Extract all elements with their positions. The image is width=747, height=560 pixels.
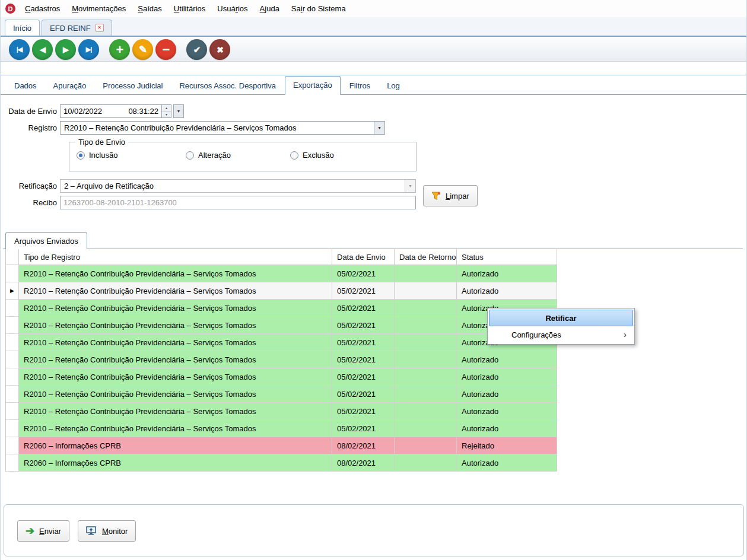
menu-item-utilitarios[interactable]: Utilitários	[168, 0, 211, 17]
first-record-icon: |◀	[17, 46, 23, 53]
table-row[interactable]: R2010 – Retenção Contribuição Previdenci…	[6, 386, 557, 403]
context-menu-item-configuracoes[interactable]: Configurações›	[489, 326, 633, 343]
context-menu-item-retificar[interactable]: Retificar	[489, 310, 633, 326]
retificacao-value: 2 – Arquivo de Retificação	[61, 182, 405, 190]
table-row[interactable]: R2010 – Retenção Contribuição Previdenci…	[6, 403, 557, 420]
registro-combo[interactable]: R2010 – Retenção Contribuição Previdenci…	[60, 121, 385, 135]
cell-tipo: R2010 – Retenção Contribuição Previdenci…	[19, 300, 332, 317]
limpar-button[interactable]: Limpar	[423, 185, 478, 206]
cell-retorno	[395, 317, 457, 334]
cell-envio: 05/02/2021	[332, 282, 395, 300]
table-row[interactable]: R2010 – Retenção Contribuição Previdenci…	[6, 368, 557, 386]
monitor-icon	[86, 526, 97, 536]
indicator-column-header	[6, 249, 19, 265]
tab-inicio[interactable]: Início	[5, 20, 40, 36]
funnel-icon	[431, 192, 441, 201]
table-row[interactable]: R2010 – Retenção Contribuição Previdenci…	[6, 300, 557, 317]
cell-retorno	[395, 454, 457, 472]
radio-icon	[290, 151, 298, 160]
date-dropdown-button[interactable]: ▼	[173, 104, 184, 118]
table-row[interactable]: R2010 – Retenção Contribuição Previdenci…	[6, 265, 557, 282]
table-row[interactable]: R2060 – Informações CPRB08/02/2021Rejeit…	[6, 437, 557, 454]
post-record-button[interactable]: ✔	[186, 39, 207, 60]
cancel-record-button[interactable]: ✖	[209, 39, 230, 60]
app-window: D CadastrosMovimentaçõesSaídasUtilitário…	[0, 0, 747, 560]
data-envio-input[interactable]: 10/02/2022 08:31:22	[60, 104, 162, 118]
tab-log[interactable]: Log	[379, 77, 408, 95]
menu-item-movimentacoes[interactable]: Movimentações	[66, 0, 132, 17]
row-indicator	[6, 386, 19, 403]
last-record-button[interactable]: ▶|	[78, 39, 99, 60]
dropdown-arrow-icon: ▼	[405, 180, 415, 192]
time-spinner[interactable]: ▲ ▼	[162, 104, 171, 118]
table-row[interactable]: R2010 – Retenção Contribuição Previdenci…	[6, 317, 557, 334]
radio-alteracao[interactable]: Alteração	[186, 151, 231, 160]
table-row[interactable]: ▶R2010 – Retenção Contribuição Previdenc…	[6, 282, 557, 300]
tab-processo-judicial[interactable]: Processo Judicial	[95, 77, 170, 95]
recibo-input[interactable]	[60, 196, 416, 209]
edit-record-button[interactable]: ✎	[132, 39, 153, 60]
enviar-button[interactable]: ➔ Enviar	[17, 520, 69, 542]
pencil-icon: ✎	[139, 43, 147, 56]
cell-retorno	[395, 368, 457, 386]
retificacao-combo[interactable]: 2 – Arquivo de Retificação ▼	[60, 179, 416, 193]
menu-item-sair-do-sistema[interactable]: Sair do Sistema	[285, 0, 352, 17]
prior-record-button[interactable]: ◀	[32, 39, 53, 60]
cell-tipo: R2010 – Retenção Contribuição Previdenci…	[19, 317, 332, 334]
last-record-icon: ▶|	[86, 46, 92, 53]
cell-tipo: R2010 – Retenção Contribuição Previdenci…	[19, 351, 332, 368]
column-header-data-de-envio[interactable]: Data de Envio	[332, 249, 395, 265]
minus-icon: −	[163, 42, 170, 58]
cell-retorno	[395, 282, 457, 300]
table-row[interactable]: R2010 – Retenção Contribuição Previdenci…	[6, 351, 557, 368]
cell-tipo: R2010 – Retenção Contribuição Previdenci…	[19, 420, 332, 437]
tab-exportacao[interactable]: Exportação	[285, 76, 341, 95]
registro-value: R2010 – Retenção Contribuição Previdenci…	[61, 123, 374, 132]
cell-status: Rejeitado	[457, 437, 557, 454]
toolbar: |◀◀▶▶|+✎−✔✖	[1, 38, 746, 62]
cell-tipo: R2010 – Retenção Contribuição Previdenci…	[19, 368, 332, 386]
tab-efd-reinf[interactable]: EFD REINF ✕	[42, 20, 112, 36]
tipo-envio-groupbox: Tipo de Envio InclusãoAlteraçãoExclusão	[69, 138, 417, 171]
cell-tipo: R2060 – Informações CPRB	[19, 454, 332, 472]
tab-apuracao[interactable]: Apuração	[46, 77, 94, 95]
row-indicator	[6, 437, 19, 454]
row-indicator	[6, 454, 19, 472]
cell-tipo: R2010 – Retenção Contribuição Previdenci…	[19, 334, 332, 351]
menu-item-usuarios[interactable]: Usuários	[211, 0, 253, 17]
tab-filtros[interactable]: Filtros	[342, 77, 378, 95]
radio-inclusao[interactable]: Inclusão	[77, 151, 117, 160]
row-indicator	[6, 420, 19, 437]
next-record-button[interactable]: ▶	[55, 39, 76, 60]
cell-status: Autorizado	[457, 420, 557, 437]
tab-recursos-assoc-desportiva[interactable]: Recursos Assoc. Desportiva	[171, 77, 284, 95]
menu-item-saidas[interactable]: Saídas	[132, 0, 167, 17]
export-form: Data de Envio 10/02/2022 08:31:22 ▲ ▼ ▼ …	[1, 95, 746, 231]
cell-envio: 05/02/2021	[332, 334, 395, 351]
menu-items: CadastrosMovimentaçõesSaídasUtilitáriosU…	[19, 0, 352, 17]
tab-arquivos-enviados[interactable]: Arquivos Enviados	[5, 232, 87, 249]
column-header-data-de-retorno[interactable]: Data de Retorno	[395, 249, 457, 265]
close-tab-icon[interactable]: ✕	[96, 24, 104, 32]
insert-record-button[interactable]: +	[109, 39, 130, 60]
cell-retorno	[395, 265, 457, 282]
first-record-button[interactable]: |◀	[9, 39, 30, 60]
radio-exclusao[interactable]: Exclusão	[290, 151, 334, 160]
menu-bar: D CadastrosMovimentaçõesSaídasUtilitário…	[1, 0, 746, 17]
table-row[interactable]: R2010 – Retenção Contribuição Previdenci…	[6, 334, 557, 351]
toolbar-buttons: |◀◀▶▶|+✎−✔✖	[9, 39, 233, 60]
menu-item-cadastros[interactable]: Cadastros	[19, 0, 66, 17]
tab-dados[interactable]: Dados	[7, 77, 44, 95]
column-header-tipo-de-registro[interactable]: Tipo de Registro	[19, 249, 332, 265]
cell-retorno	[395, 420, 457, 437]
radio-alteracao-label: Alteração	[198, 151, 231, 160]
table-row[interactable]: R2060 – Informações CPRB08/02/2021Autori…	[6, 454, 557, 472]
menu-item-ajuda[interactable]: Ajuda	[254, 0, 285, 17]
column-header-status[interactable]: Status	[457, 249, 557, 265]
table-row[interactable]: R2010 – Retenção Contribuição Previdenci…	[6, 420, 557, 437]
tab-inicio-label: Início	[13, 24, 31, 33]
monitor-button[interactable]: Monitor	[78, 520, 136, 542]
cell-envio: 05/02/2021	[332, 351, 395, 368]
row-indicator	[6, 351, 19, 368]
delete-record-button[interactable]: −	[155, 39, 176, 60]
